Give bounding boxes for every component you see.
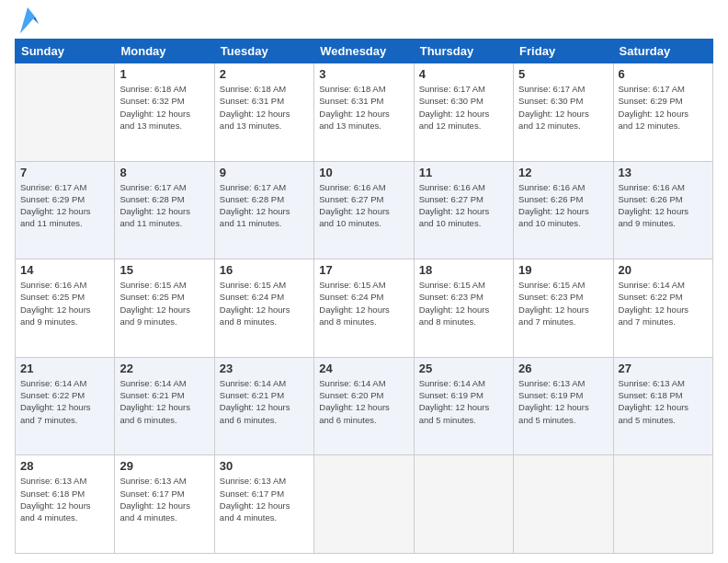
weekday-header-sunday: Sunday [16, 40, 115, 63]
calendar-cell: 15Sunrise: 6:15 AM Sunset: 6:25 PM Dayli… [115, 259, 214, 358]
day-info: Sunrise: 6:13 AM Sunset: 6:19 PM Dayligh… [518, 377, 608, 426]
day-info: Sunrise: 6:15 AM Sunset: 6:25 PM Dayligh… [119, 279, 209, 327]
calendar-week-row: 7Sunrise: 6:17 AM Sunset: 6:29 PM Daylig… [16, 161, 713, 259]
calendar-cell: 20Sunrise: 6:14 AM Sunset: 6:22 PM Dayli… [613, 259, 712, 358]
calendar-cell: 3Sunrise: 6:18 AM Sunset: 6:31 PM Daylig… [314, 63, 414, 162]
day-number: 6 [619, 67, 708, 81]
day-number: 2 [220, 67, 309, 81]
day-info: Sunrise: 6:17 AM Sunset: 6:30 PM Dayligh… [419, 83, 508, 132]
day-info: Sunrise: 6:14 AM Sunset: 6:22 PM Dayligh… [20, 377, 109, 426]
day-number: 24 [319, 362, 408, 375]
calendar-cell: 22Sunrise: 6:14 AM Sunset: 6:21 PM Dayli… [115, 357, 214, 455]
day-info: Sunrise: 6:18 AM Sunset: 6:31 PM Dayligh… [319, 83, 408, 132]
day-info: Sunrise: 6:18 AM Sunset: 6:31 PM Dayligh… [220, 83, 309, 132]
calendar-cell [314, 455, 414, 554]
day-number: 14 [20, 263, 109, 277]
day-info: Sunrise: 6:17 AM Sunset: 6:28 PM Dayligh… [220, 181, 309, 230]
day-info: Sunrise: 6:15 AM Sunset: 6:24 PM Dayligh… [319, 279, 408, 327]
weekday-header-tuesday: Tuesday [214, 40, 313, 63]
calendar-cell: 13Sunrise: 6:16 AM Sunset: 6:26 PM Dayli… [613, 161, 712, 259]
day-info: Sunrise: 6:15 AM Sunset: 6:24 PM Dayligh… [220, 279, 309, 327]
weekday-header-thursday: Thursday [414, 40, 513, 63]
day-info: Sunrise: 6:14 AM Sunset: 6:19 PM Dayligh… [419, 377, 508, 426]
svg-marker-1 [20, 7, 35, 33]
calendar-cell: 19Sunrise: 6:15 AM Sunset: 6:23 PM Dayli… [514, 259, 613, 358]
day-number: 9 [220, 166, 309, 179]
calendar-cell: 17Sunrise: 6:15 AM Sunset: 6:24 PM Dayli… [314, 259, 414, 358]
day-info: Sunrise: 6:15 AM Sunset: 6:23 PM Dayligh… [419, 279, 508, 327]
day-info: Sunrise: 6:14 AM Sunset: 6:20 PM Dayligh… [319, 377, 408, 426]
day-number: 20 [619, 263, 708, 277]
calendar-cell: 7Sunrise: 6:17 AM Sunset: 6:29 PM Daylig… [16, 161, 115, 259]
calendar-table: SundayMondayTuesdayWednesdayThursdayFrid… [15, 39, 713, 554]
calendar-cell: 29Sunrise: 6:13 AM Sunset: 6:17 PM Dayli… [115, 455, 214, 554]
calendar-week-row: 28Sunrise: 6:13 AM Sunset: 6:18 PM Dayli… [16, 455, 713, 554]
day-info: Sunrise: 6:17 AM Sunset: 6:30 PM Dayligh… [518, 83, 608, 132]
weekday-header-saturday: Saturday [613, 40, 712, 63]
day-info: Sunrise: 6:16 AM Sunset: 6:25 PM Dayligh… [20, 279, 109, 327]
calendar-cell: 10Sunrise: 6:16 AM Sunset: 6:27 PM Dayli… [314, 161, 414, 259]
day-number: 30 [220, 459, 309, 473]
calendar-cell: 27Sunrise: 6:13 AM Sunset: 6:18 PM Dayli… [613, 357, 712, 455]
day-info: Sunrise: 6:17 AM Sunset: 6:29 PM Dayligh… [20, 181, 109, 230]
day-number: 29 [119, 459, 209, 473]
calendar-cell: 18Sunrise: 6:15 AM Sunset: 6:23 PM Dayli… [414, 259, 513, 358]
day-info: Sunrise: 6:13 AM Sunset: 6:18 PM Dayligh… [619, 377, 708, 426]
day-number: 7 [20, 166, 109, 179]
calendar-cell: 8Sunrise: 6:17 AM Sunset: 6:28 PM Daylig… [115, 161, 214, 259]
calendar-week-row: 14Sunrise: 6:16 AM Sunset: 6:25 PM Dayli… [16, 259, 713, 358]
weekday-header-wednesday: Wednesday [314, 40, 414, 63]
day-info: Sunrise: 6:14 AM Sunset: 6:21 PM Dayligh… [119, 377, 209, 426]
calendar-cell [414, 455, 513, 554]
day-number: 12 [518, 166, 608, 179]
calendar-cell: 6Sunrise: 6:17 AM Sunset: 6:29 PM Daylig… [613, 63, 712, 162]
weekday-header-friday: Friday [514, 40, 613, 63]
weekday-header-monday: Monday [115, 40, 214, 63]
calendar-cell: 9Sunrise: 6:17 AM Sunset: 6:28 PM Daylig… [214, 161, 313, 259]
calendar-cell: 30Sunrise: 6:13 AM Sunset: 6:17 PM Dayli… [214, 455, 313, 554]
calendar-cell: 21Sunrise: 6:14 AM Sunset: 6:22 PM Dayli… [16, 357, 115, 455]
day-number: 13 [619, 166, 708, 179]
day-number: 26 [518, 362, 608, 375]
day-number: 18 [419, 263, 508, 277]
calendar-cell [613, 455, 712, 554]
calendar-cell: 24Sunrise: 6:14 AM Sunset: 6:20 PM Dayli… [314, 357, 414, 455]
calendar-cell: 23Sunrise: 6:14 AM Sunset: 6:21 PM Dayli… [214, 357, 313, 455]
day-number: 16 [220, 263, 309, 277]
day-info: Sunrise: 6:16 AM Sunset: 6:27 PM Dayligh… [419, 181, 508, 230]
calendar-cell: 12Sunrise: 6:16 AM Sunset: 6:26 PM Dayli… [514, 161, 613, 259]
day-number: 23 [220, 362, 309, 375]
calendar-cell: 11Sunrise: 6:16 AM Sunset: 6:27 PM Dayli… [414, 161, 513, 259]
calendar-week-row: 21Sunrise: 6:14 AM Sunset: 6:22 PM Dayli… [16, 357, 713, 455]
calendar-cell: 28Sunrise: 6:13 AM Sunset: 6:18 PM Dayli… [16, 455, 115, 554]
logo-icon [17, 7, 39, 33]
day-number: 3 [319, 67, 408, 81]
day-info: Sunrise: 6:16 AM Sunset: 6:27 PM Dayligh… [319, 181, 408, 230]
calendar-cell [514, 455, 613, 554]
weekday-header-row: SundayMondayTuesdayWednesdayThursdayFrid… [16, 40, 713, 63]
calendar-cell: 1Sunrise: 6:18 AM Sunset: 6:32 PM Daylig… [115, 63, 214, 162]
day-info: Sunrise: 6:18 AM Sunset: 6:32 PM Dayligh… [119, 83, 209, 132]
logo [15, 15, 39, 33]
day-number: 8 [119, 166, 209, 179]
day-number: 11 [419, 166, 508, 179]
day-number: 21 [20, 362, 109, 375]
calendar-cell: 16Sunrise: 6:15 AM Sunset: 6:24 PM Dayli… [214, 259, 313, 358]
calendar-cell [16, 63, 115, 162]
day-number: 1 [119, 67, 209, 81]
day-number: 28 [20, 459, 109, 473]
day-info: Sunrise: 6:16 AM Sunset: 6:26 PM Dayligh… [518, 181, 608, 230]
day-info: Sunrise: 6:13 AM Sunset: 6:18 PM Dayligh… [20, 475, 109, 523]
day-info: Sunrise: 6:14 AM Sunset: 6:22 PM Dayligh… [619, 279, 708, 327]
day-number: 22 [119, 362, 209, 375]
day-info: Sunrise: 6:13 AM Sunset: 6:17 PM Dayligh… [119, 475, 209, 523]
calendar-cell: 2Sunrise: 6:18 AM Sunset: 6:31 PM Daylig… [214, 63, 313, 162]
calendar-cell: 5Sunrise: 6:17 AM Sunset: 6:30 PM Daylig… [514, 63, 613, 162]
day-number: 27 [619, 362, 708, 375]
day-number: 4 [419, 67, 508, 81]
day-info: Sunrise: 6:14 AM Sunset: 6:21 PM Dayligh… [220, 377, 309, 426]
page: SundayMondayTuesdayWednesdayThursdayFrid… [0, 0, 728, 563]
calendar-cell: 26Sunrise: 6:13 AM Sunset: 6:19 PM Dayli… [514, 357, 613, 455]
day-info: Sunrise: 6:16 AM Sunset: 6:26 PM Dayligh… [619, 181, 708, 230]
calendar-cell: 14Sunrise: 6:16 AM Sunset: 6:25 PM Dayli… [16, 259, 115, 358]
